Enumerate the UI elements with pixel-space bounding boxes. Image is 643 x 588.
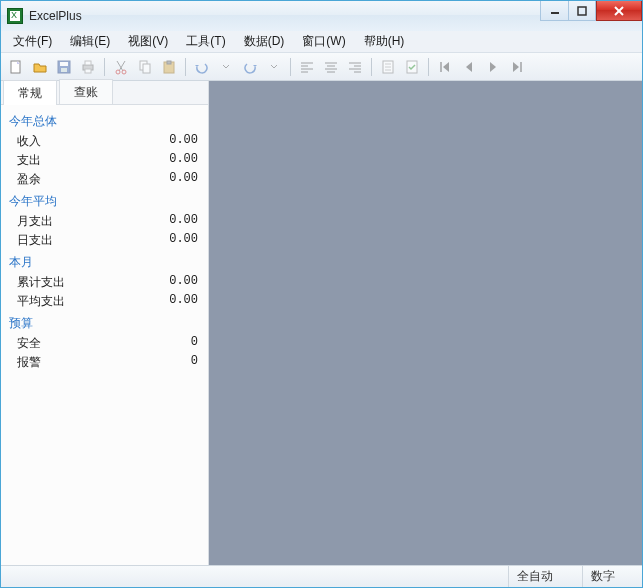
svg-point-14	[122, 70, 126, 74]
toolbar-sep-4	[371, 58, 372, 76]
row-alarm: 报警0	[3, 353, 206, 372]
svg-point-13	[116, 70, 120, 74]
sidebar-panel: 今年总体 收入0.00 支出0.00 盈余0.00 今年平均 月支出0.00 日…	[1, 105, 208, 565]
status-bar: 全自动 数字	[1, 565, 642, 587]
tab-ledger[interactable]: 查账	[59, 79, 113, 104]
row-income: 收入0.00	[3, 132, 206, 151]
row-avg-expense: 平均支出0.00	[3, 292, 206, 311]
first-icon	[437, 59, 453, 75]
new-icon	[8, 59, 24, 75]
value-cum-expense: 0.00	[169, 274, 200, 291]
body: 常规 查账 今年总体 收入0.00 支出0.00 盈余0.00 今年平均 月支出…	[1, 81, 642, 565]
app-window: ExcelPlus 文件(F) 编辑(E) 视图(V) 工具(T) 数据(D) …	[0, 0, 643, 588]
new-button[interactable]	[5, 56, 27, 78]
toolbar	[1, 53, 642, 81]
sidebar-tabs: 常规 查账	[1, 81, 208, 105]
paste-icon	[161, 59, 177, 75]
doc1-button[interactable]	[377, 56, 399, 78]
redo-button[interactable]	[239, 56, 261, 78]
copy-button[interactable]	[134, 56, 156, 78]
save-button[interactable]	[53, 56, 75, 78]
save-icon	[56, 59, 72, 75]
value-avg-expense: 0.00	[169, 293, 200, 310]
undo-dropdown[interactable]	[215, 56, 237, 78]
menu-view[interactable]: 视图(V)	[120, 31, 176, 52]
group-header-this-month: 本月	[3, 250, 206, 273]
menu-window[interactable]: 窗口(W)	[294, 31, 353, 52]
align-right-icon	[347, 59, 363, 75]
nav-first-button[interactable]	[434, 56, 456, 78]
value-surplus: 0.00	[169, 171, 200, 188]
print-icon	[80, 59, 96, 75]
toolbar-sep-1	[104, 58, 105, 76]
menu-edit[interactable]: 编辑(E)	[62, 31, 118, 52]
sidebar: 常规 查账 今年总体 收入0.00 支出0.00 盈余0.00 今年平均 月支出…	[1, 81, 209, 565]
prev-icon	[461, 59, 477, 75]
menu-data[interactable]: 数据(D)	[236, 31, 293, 52]
value-safe: 0	[191, 335, 200, 352]
chevron-down-icon	[270, 59, 278, 75]
svg-rect-1	[578, 7, 586, 15]
print-button[interactable]	[77, 56, 99, 78]
toolbar-sep-3	[290, 58, 291, 76]
group-header-year-avg: 今年平均	[3, 189, 206, 212]
label-alarm: 报警	[17, 354, 191, 371]
main-workspace	[209, 81, 642, 565]
nav-next-button[interactable]	[482, 56, 504, 78]
cut-button[interactable]	[110, 56, 132, 78]
svg-rect-10	[85, 69, 91, 73]
label-avg-expense: 平均支出	[17, 293, 169, 310]
align-center-button[interactable]	[320, 56, 342, 78]
open-icon	[32, 59, 48, 75]
undo-button[interactable]	[191, 56, 213, 78]
label-income: 收入	[17, 133, 169, 150]
maximize-button[interactable]	[568, 1, 596, 21]
align-left-button[interactable]	[296, 56, 318, 78]
toolbar-sep-5	[428, 58, 429, 76]
label-cum-expense: 累计支出	[17, 274, 169, 291]
status-mode: 全自动	[508, 566, 582, 587]
app-title: ExcelPlus	[29, 9, 82, 23]
nav-last-button[interactable]	[506, 56, 528, 78]
undo-icon	[194, 59, 210, 75]
doc2-button[interactable]	[401, 56, 423, 78]
row-cum-expense: 累计支出0.00	[3, 273, 206, 292]
value-month-expense: 0.00	[169, 213, 200, 230]
group-header-budget: 预算	[3, 311, 206, 334]
label-day-expense: 日支出	[17, 232, 169, 249]
value-income: 0.00	[169, 133, 200, 150]
cut-icon	[113, 59, 129, 75]
svg-rect-16	[143, 64, 150, 73]
close-icon	[613, 6, 625, 16]
status-numlock: 数字	[582, 566, 642, 587]
document-icon	[380, 59, 396, 75]
status-left	[1, 566, 508, 587]
minimize-button[interactable]	[540, 1, 568, 21]
tab-general[interactable]: 常规	[3, 80, 57, 105]
minimize-icon	[550, 6, 560, 16]
next-icon	[485, 59, 501, 75]
menu-bar: 文件(F) 编辑(E) 视图(V) 工具(T) 数据(D) 窗口(W) 帮助(H…	[1, 31, 642, 53]
value-alarm: 0	[191, 354, 200, 371]
menu-help[interactable]: 帮助(H)	[356, 31, 413, 52]
open-button[interactable]	[29, 56, 51, 78]
label-month-expense: 月支出	[17, 213, 169, 230]
align-center-icon	[323, 59, 339, 75]
label-safe: 安全	[17, 335, 191, 352]
menu-tools[interactable]: 工具(T)	[178, 31, 233, 52]
menu-file[interactable]: 文件(F)	[5, 31, 60, 52]
redo-dropdown[interactable]	[263, 56, 285, 78]
row-safe: 安全0	[3, 334, 206, 353]
redo-icon	[242, 59, 258, 75]
label-expense: 支出	[17, 152, 169, 169]
paste-button[interactable]	[158, 56, 180, 78]
row-month-expense: 月支出0.00	[3, 212, 206, 231]
document-check-icon	[404, 59, 420, 75]
app-icon	[7, 8, 23, 24]
nav-prev-button[interactable]	[458, 56, 480, 78]
close-button[interactable]	[596, 1, 642, 21]
svg-rect-7	[61, 68, 67, 72]
row-surplus: 盈余0.00	[3, 170, 206, 189]
align-right-button[interactable]	[344, 56, 366, 78]
label-surplus: 盈余	[17, 171, 169, 188]
